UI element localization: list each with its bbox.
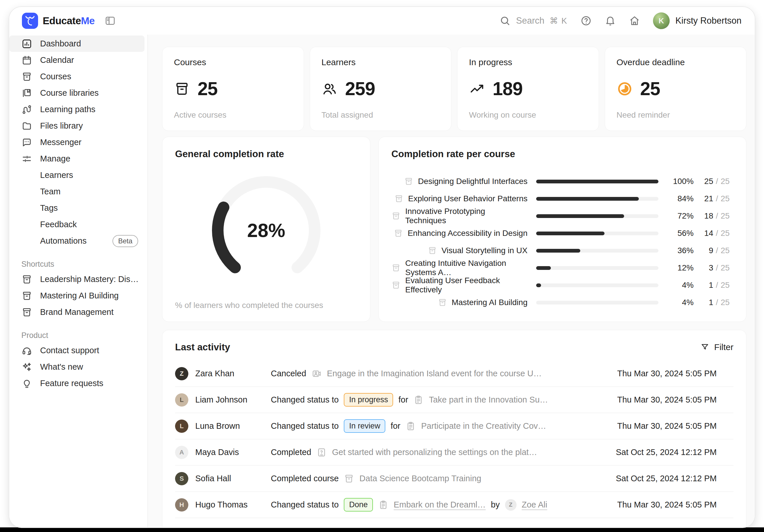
completion-bar-fill	[536, 180, 659, 183]
archive-icon	[391, 263, 401, 272]
sidebar-item-what-s-new[interactable]: What's new	[9, 359, 144, 375]
activity-user-name[interactable]: Hugo Thomas	[195, 500, 271, 509]
stat-card-overdue-deadline: Overdue deadline 25 Need reminder	[605, 47, 747, 131]
user-avatar: K	[653, 12, 670, 29]
stats-row: Courses 25 Active courses Learners 259 T…	[162, 47, 746, 131]
course-label: Evaluating User Feedback Effectively	[391, 276, 527, 294]
avatar: H	[175, 498, 188, 511]
sidebar-item-contact-support[interactable]: Contact support	[9, 342, 144, 359]
activity-user-name[interactable]: Luna Brown	[195, 421, 271, 431]
sidebar-item-brand-management[interactable]: Brand Management	[9, 304, 144, 320]
activity-user-name[interactable]: Zara Khan	[195, 369, 271, 378]
course-name[interactable]: Creating Intuitive Navigation Systems A…	[405, 259, 527, 277]
sidebar-item-messenger[interactable]: Messenger	[9, 134, 144, 150]
course-row-exploring-user-behavior-patterns: Exploring User Behavior Patterns 84% 21 …	[391, 190, 733, 207]
sidebar-item-feedback[interactable]: Feedback	[9, 216, 144, 233]
sidebar-item-team[interactable]: Team	[9, 183, 144, 200]
archive-icon	[438, 298, 447, 307]
completion-bar-fill	[536, 197, 639, 201]
stat-value-row: 25	[174, 78, 292, 99]
course-completion-card: Completion rate per course Designing Del…	[378, 137, 746, 322]
course-label: Creating Intuitive Navigation Systems A…	[391, 259, 527, 277]
course-name[interactable]: Exploring User Behavior Patterns	[408, 194, 527, 203]
brand-name-blue: Me	[81, 15, 95, 26]
filter-button[interactable]: Filter	[700, 342, 733, 352]
screen-bottom-edge	[0, 527, 764, 532]
activity-user-name[interactable]: Maya Davis	[195, 447, 271, 457]
activity-link[interactable]: Embark on the Dreaml…	[394, 500, 486, 509]
device-question-icon	[316, 447, 327, 457]
sidebar-toggle-icon[interactable]	[104, 15, 116, 27]
search-button[interactable]: Search ⌘ K	[499, 15, 568, 27]
notifications-bell-icon[interactable]	[605, 15, 616, 27]
completion-count-total: 25	[721, 177, 730, 186]
course-name[interactable]: Mastering AI Building	[452, 298, 527, 307]
course-name[interactable]: Enhancing Accessibility in Design	[408, 229, 527, 238]
sidebar-item-calendar[interactable]: Calendar	[9, 52, 144, 68]
activity-link[interactable]: Zoe Ali	[522, 500, 547, 509]
help-icon[interactable]	[580, 15, 592, 27]
completion-gauge-value: 28%	[206, 170, 327, 291]
sidebar-item-learners[interactable]: Learners	[9, 167, 144, 183]
sidebar-item-label: Dashboard	[40, 39, 81, 49]
completion-count-total: 25	[721, 194, 730, 203]
avatar: Z	[505, 499, 516, 511]
completion-gauge-caption: % of learners who completed the courses	[175, 301, 357, 310]
completion-count-total: 25	[721, 229, 730, 238]
stat-card-in-progress: In progress 189 Working on course	[457, 47, 599, 131]
brand-name: EducateMe	[43, 15, 95, 27]
activity-user-name[interactable]: Liam Johnson	[195, 395, 271, 405]
sidebar-item-leadership-mastery-dis[interactable]: Leadership Mastery: Dis…	[9, 271, 144, 287]
stat-value-row: 259	[321, 78, 440, 99]
brand-logo[interactable]: EducateMe	[22, 13, 95, 29]
home-icon[interactable]	[629, 15, 640, 27]
sidebar-item-label: Learning paths	[40, 105, 96, 114]
sidebar-item-tags[interactable]: Tags	[9, 200, 144, 216]
archive-icon	[404, 177, 413, 186]
sidebar-item-manage[interactable]: Manage	[9, 150, 144, 167]
sidebar-item-mastering-ai-building[interactable]: Mastering AI Building	[9, 287, 144, 304]
completion-bar-fill	[536, 249, 580, 253]
course-label: Enhancing Accessibility in Design	[391, 229, 527, 238]
archive-icon	[391, 211, 401, 221]
completion-count-slash: /	[716, 194, 718, 203]
activity-user-name[interactable]: Sofia Hall	[195, 474, 271, 483]
stat-caption: Need reminder	[617, 110, 735, 120]
archive-icon	[344, 473, 354, 484]
sidebar-item-dashboard[interactable]: Dashboard	[9, 36, 144, 52]
sidebar-item-label: Files library	[40, 121, 83, 131]
app-header: EducateMe Search ⌘ K	[9, 7, 755, 35]
completion-count-total: 25	[721, 280, 730, 290]
course-name[interactable]: Visual Storytelling in UX	[442, 246, 527, 255]
activity-desc-text: Get started with personalizing the setti…	[332, 447, 537, 457]
completion-count: 3 / 25	[700, 263, 733, 272]
user-menu[interactable]: K Kirsty Robertson	[653, 12, 741, 29]
completion-bar-fill	[536, 214, 624, 218]
stat-title: Overdue deadline	[617, 57, 735, 67]
activity-action-text: Changed status to	[271, 395, 339, 405]
completion-count-slash: /	[716, 246, 718, 255]
sidebar-item-files-library[interactable]: Files library	[9, 118, 144, 134]
sidebar-item-course-libraries[interactable]: Course libraries	[9, 85, 144, 101]
stat-card-learners: Learners 259 Total assigned	[310, 47, 452, 131]
sidebar-item-automations[interactable]: Automations Beta	[9, 233, 144, 249]
completion-bar-fill	[536, 232, 605, 235]
activity-desc-text: Engage in the Imagination Island event f…	[327, 369, 542, 378]
completion-count-slash: /	[716, 280, 718, 290]
course-name[interactable]: Designing Delightful Interfaces	[418, 177, 527, 186]
completion-count: 1 / 25	[700, 280, 733, 290]
sidebar-item-learning-paths[interactable]: Learning paths	[9, 101, 144, 118]
stat-title: In progress	[469, 57, 587, 67]
sparkles-icon	[21, 362, 32, 373]
sidebar-item-courses[interactable]: Courses	[9, 68, 144, 85]
completion-count-slash: /	[716, 177, 718, 186]
sidebar-item-feature-requests[interactable]: Feature requests	[9, 375, 144, 392]
sidebar: Dashboard Calendar Courses Course librar…	[9, 35, 148, 527]
activity-action-text: Canceled	[271, 369, 306, 378]
course-name[interactable]: Evaluating User Feedback Effectively	[405, 276, 527, 294]
course-name[interactable]: Innovative Prototyping Techniques	[405, 207, 527, 225]
completion-count-slash: /	[716, 229, 718, 238]
activity-desc-text: Take part in the Innovation Su…	[429, 395, 548, 405]
folder-icon	[21, 120, 32, 131]
avatar: L	[175, 393, 188, 407]
